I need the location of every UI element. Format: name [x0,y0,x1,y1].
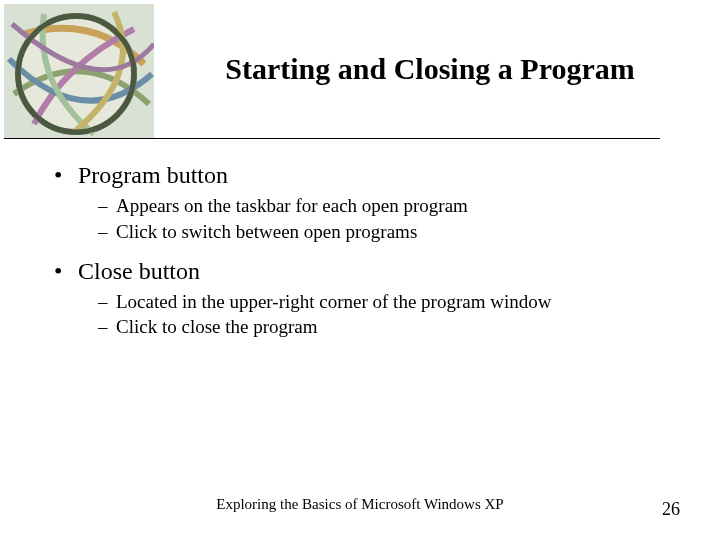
bullet-dot-icon: • [54,160,78,190]
slide-title: Starting and Closing a Program [180,52,680,86]
bullet-level2: – Click to close the program [98,315,660,339]
bullet-level2: – Located in the upper-right corner of t… [98,290,660,314]
slide-logo [4,4,154,138]
bullet-level2: – Appears on the taskbar for each open p… [98,194,660,218]
slide-footer: Exploring the Basics of Microsoft Window… [0,496,720,520]
bullet-label: Program button [78,160,228,190]
bullet-label: Close button [78,256,200,286]
bullet-sub-text: Click to close the program [116,315,318,339]
bullet-dot-icon: • [54,256,78,286]
footer-text: Exploring the Basics of Microsoft Window… [0,496,720,513]
bullet-dash-icon: – [98,290,116,314]
bullet-dash-icon: – [98,220,116,244]
page-number: 26 [662,499,680,520]
bullet-level2: – Click to switch between open programs [98,220,660,244]
bullet-dash-icon: – [98,194,116,218]
slide-body: • Program button – Appears on the taskba… [54,160,660,341]
bullet-sub-text: Located in the upper-right corner of the… [116,290,551,314]
bullet-sub-text: Click to switch between open programs [116,220,417,244]
bullet-sub-text: Appears on the taskbar for each open pro… [116,194,468,218]
title-underline [4,138,660,139]
bullet-level1: • Close button [54,256,660,286]
bullet-level1: • Program button [54,160,660,190]
bullet-dash-icon: – [98,315,116,339]
